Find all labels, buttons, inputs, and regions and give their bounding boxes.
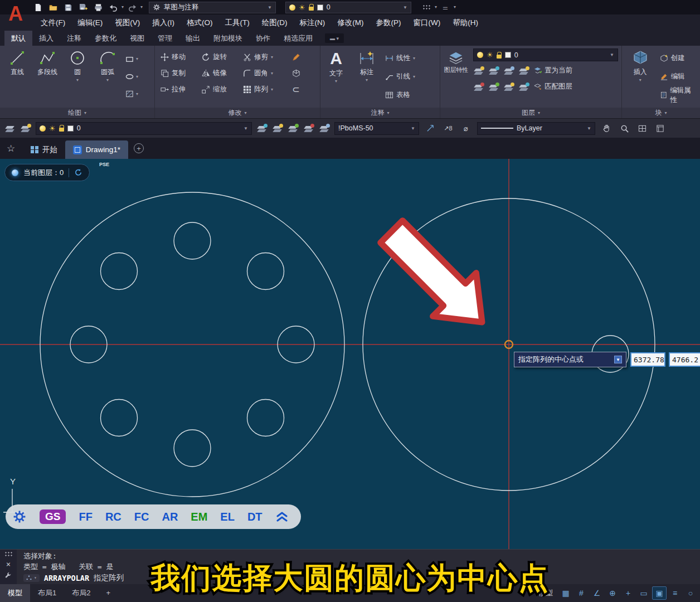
layer-walk-button[interactable] xyxy=(518,82,529,91)
zoom-button[interactable] xyxy=(618,122,631,134)
layer-tool-4[interactable] xyxy=(303,124,314,133)
panel-modify-label[interactable]: 修改 ▾ xyxy=(155,108,320,118)
make-current-button[interactable]: 置为当前 xyxy=(533,64,572,77)
close-icon[interactable]: × xyxy=(6,560,11,568)
linear-dim-button[interactable]: 线性 ▾ xyxy=(385,51,415,65)
layer-isolate-button[interactable] xyxy=(488,66,499,75)
shortcut-gs[interactable]: GS xyxy=(40,509,66,524)
plot-button[interactable] xyxy=(91,1,105,13)
panel-block-label[interactable]: 块 ▾ xyxy=(622,108,700,118)
command-options-chip[interactable]: ▾ xyxy=(23,574,40,582)
layer-off-button[interactable] xyxy=(473,66,484,75)
insert-block-button[interactable]: 插入 ▾ xyxy=(626,47,654,106)
ribbon-tab-annotate[interactable]: 注释 xyxy=(60,31,88,46)
layer-freeze-button[interactable] xyxy=(503,66,514,75)
stretch-button[interactable]: 拉伸 xyxy=(161,82,197,96)
shortcut-dt[interactable]: DT xyxy=(247,511,262,523)
pan-button[interactable] xyxy=(600,122,613,134)
layer-tool-2[interactable] xyxy=(272,124,283,133)
ribbon-tab-manage[interactable]: 管理 xyxy=(151,31,179,46)
tab-layout1[interactable]: 布局1 xyxy=(30,584,64,602)
move-button[interactable]: 移动 xyxy=(161,50,197,64)
open-file-button[interactable] xyxy=(46,1,60,13)
match-layer-button[interactable]: 匹配图层 xyxy=(533,80,572,94)
snap-toggle-icon[interactable]: # xyxy=(574,586,589,600)
ribbon-minimize-button[interactable]: ▬ ▾ xyxy=(325,33,344,43)
drawing-area[interactable]: 当前图层：0 PSE 指定阵列的中心点或 ▼ 6372.78 4766.2 Y … xyxy=(0,159,700,549)
panel-layers-label[interactable]: 图层 ▾ xyxy=(440,108,621,118)
layer-thaw-all-button[interactable] xyxy=(488,82,499,91)
mirror-button[interactable]: 镜像 xyxy=(202,66,239,80)
new-tab-button[interactable]: + xyxy=(134,143,144,153)
workspace-switch-icon[interactable]: ≡ xyxy=(668,586,682,600)
layer-tool-5[interactable] xyxy=(319,124,330,133)
new-file-button[interactable] xyxy=(31,1,45,13)
ribbon-tab-insert[interactable]: 插入 xyxy=(32,31,60,46)
wrench-icon[interactable] xyxy=(4,571,12,579)
osnap-toggle-icon[interactable]: ⊕ xyxy=(605,586,620,600)
table-button[interactable]: 表格 xyxy=(385,88,415,102)
titlebar-layer-dropdown[interactable]: ☀ 0 ▼ xyxy=(285,2,411,13)
menu-draw[interactable]: 绘图(D) xyxy=(256,14,294,31)
menu-tools[interactable]: 工具(T) xyxy=(219,14,256,31)
tab-drawing1[interactable]: Drawing1* xyxy=(65,140,128,159)
break-button[interactable]: ⊂ xyxy=(289,82,303,96)
shortcut-rc[interactable]: RC xyxy=(105,511,121,523)
toolbar-layer-dropdown[interactable]: ☀ 0 ▼ xyxy=(36,122,252,135)
shortcut-fc[interactable]: FC xyxy=(134,511,149,523)
menu-view[interactable]: 视图(V) xyxy=(109,14,146,31)
tracking-toggle-icon[interactable]: + xyxy=(621,586,635,600)
circle-button[interactable]: 圆 ▾ xyxy=(62,47,93,106)
trim-button[interactable]: 修剪 ▾ xyxy=(243,50,285,64)
ribbon-tab-featured[interactable]: 精选应用 xyxy=(277,31,319,46)
qat-more-button[interactable]: ⚌ xyxy=(439,1,452,13)
text-button[interactable]: A 文字 ▾ xyxy=(324,47,348,106)
menu-edit[interactable]: 编辑(E) xyxy=(71,14,109,31)
diameter-button[interactable]: ⌀ xyxy=(459,122,473,134)
chevron-up-double-icon[interactable] xyxy=(275,512,289,522)
polar-toggle-icon[interactable]: ∠ xyxy=(590,586,604,600)
annotation-scale-button[interactable] xyxy=(424,122,437,134)
coordinate-y-input[interactable]: 4766.2 xyxy=(669,352,700,367)
array-circle-5[interactable] xyxy=(174,430,211,467)
menu-modify[interactable]: 修改(M) xyxy=(331,14,370,31)
line-button[interactable]: 直线 xyxy=(2,47,32,106)
menu-insert[interactable]: 插入(I) xyxy=(146,14,181,31)
explode-button[interactable] xyxy=(289,66,303,80)
ribbon-tab-view[interactable]: 视图 xyxy=(123,31,151,46)
array-circle-6[interactable] xyxy=(101,400,138,436)
annotation-visibility-button[interactable]: ↗8 xyxy=(441,122,455,134)
layer-unlock-button[interactable] xyxy=(503,82,514,91)
grid-toggle-icon[interactable]: ▦ xyxy=(558,586,573,600)
layer-properties-button[interactable]: 图层特性 xyxy=(444,48,469,105)
coordinate-x-input[interactable]: 6372.78 xyxy=(630,352,665,367)
copy-button[interactable]: 复制 xyxy=(161,66,197,80)
refresh-icon[interactable] xyxy=(74,168,82,177)
qat-more-caret-icon[interactable]: ▾ xyxy=(454,5,456,9)
workspace-selector[interactable]: 草图与注释 ▼ xyxy=(149,2,276,13)
drag-handle-icon[interactable] xyxy=(4,551,12,557)
layer-list-button[interactable] xyxy=(4,124,16,133)
command-input-row[interactable]: ▾ ARRAYPOLAR 指定阵列 xyxy=(23,572,124,584)
ribbon-tab-parametric[interactable]: 参数化 xyxy=(88,31,123,46)
shortcut-ff[interactable]: FF xyxy=(79,511,92,523)
layer-states-button[interactable] xyxy=(20,124,31,133)
shortcut-ar[interactable]: AR xyxy=(162,511,178,523)
tab-start[interactable]: 开始 xyxy=(23,140,65,159)
linetype-dropdown[interactable]: ByLayer ▼ xyxy=(477,122,595,135)
scale-button[interactable]: 缩放 xyxy=(202,82,239,96)
polyline-button[interactable]: 多段线 xyxy=(32,47,62,106)
ellipse-button[interactable]: ▾ xyxy=(123,71,141,83)
dimension-button[interactable]: 标注 ▾ xyxy=(352,47,382,106)
ribbon-layer-dropdown[interactable]: ☀ 0 ▼ xyxy=(473,48,618,61)
save-button[interactable] xyxy=(61,1,75,13)
array-circle-8[interactable] xyxy=(101,253,138,290)
fillet-button[interactable]: 圆角 ▾ xyxy=(243,66,285,80)
isolate-toggle-icon[interactable]: ○ xyxy=(683,586,698,600)
properties-palette-button[interactable] xyxy=(653,122,667,134)
redo-caret-icon[interactable]: ▾ xyxy=(140,5,143,9)
hatch-button[interactable]: ▾ xyxy=(123,88,141,100)
layer-lock-button[interactable] xyxy=(518,66,529,75)
layer-on-all-button[interactable] xyxy=(473,82,484,91)
menu-window[interactable]: 窗口(W) xyxy=(407,14,447,31)
